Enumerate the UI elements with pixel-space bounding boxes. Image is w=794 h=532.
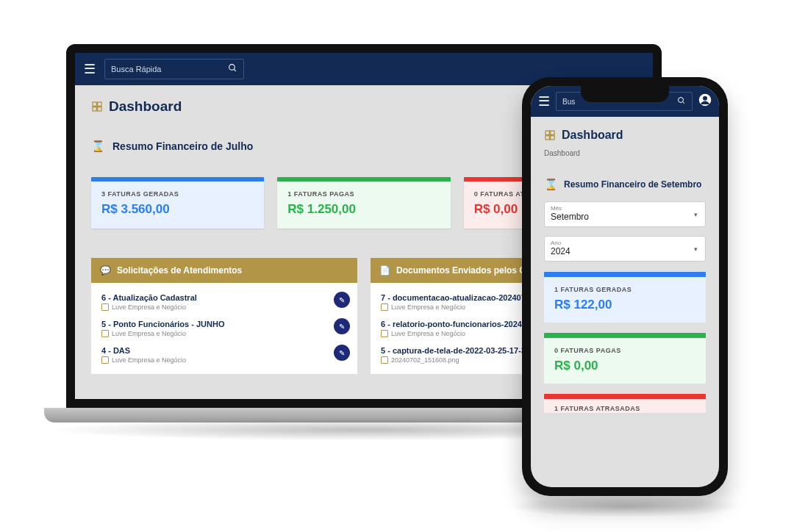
search-input-wrap[interactable]	[104, 59, 244, 79]
edit-button[interactable]: ✎	[334, 345, 350, 361]
select-label: Mês	[551, 205, 699, 212]
card-caption: 1 FATURAS GERADAS	[554, 286, 695, 293]
card-caption: 1 FATURAS PAGAS	[287, 190, 440, 198]
select-label: Ano	[551, 240, 699, 246]
user-icon[interactable]	[698, 93, 712, 109]
mobile-month-select[interactable]: Mês Setembro ▾	[544, 201, 706, 227]
breadcrumb: Dashboard	[544, 149, 706, 157]
mobile-year-select[interactable]: Ano 2024 ▾	[544, 236, 706, 262]
mobile-page-title: Dashboard	[544, 129, 706, 142]
hourglass-icon: ⌛	[91, 140, 105, 153]
list-item[interactable]: 6 - Atualização Cadastral Luve Empresa e…	[101, 289, 347, 315]
list-item[interactable]: 5 - Ponto Funcionários - JUNHO Luve Empr…	[101, 315, 347, 342]
svg-point-9	[703, 96, 707, 101]
search-icon[interactable]	[228, 63, 237, 75]
svg-rect-11	[551, 131, 554, 134]
mobile-summary-text: Resumo Financeiro de Setembro	[564, 179, 701, 190]
card-caption: 0 FATURAS PAGAS	[554, 347, 695, 354]
chat-icon: 💬	[100, 265, 111, 276]
search-icon[interactable]	[677, 96, 686, 107]
svg-rect-3	[98, 102, 101, 106]
summary-title: ⌛ Resumo Financeiro de Julho	[91, 140, 253, 153]
phone-notch	[581, 86, 669, 102]
item-title: 4 - DAS	[101, 346, 347, 355]
phone-screen: ☰ Bus Dashboard Dashboard ⌛ Resumo	[531, 86, 719, 487]
summary-title-text: Resumo Financeiro de Julho	[112, 140, 253, 152]
chevron-down-icon: ▾	[694, 245, 698, 253]
mobile-summary-title: ⌛ Resumo Financeiro de Setembro	[544, 178, 706, 191]
card-generated[interactable]: 3 FATURAS GERADAS R$ 3.560,00	[91, 177, 264, 229]
card-amount: R$ 3.560,00	[101, 202, 254, 217]
svg-rect-5	[98, 107, 101, 111]
item-title: 5 - Ponto Funcionários - JUNHO	[101, 320, 347, 328]
item-title: 6 - Atualização Cadastral	[101, 293, 347, 302]
card-amount: R$ 0,00	[554, 359, 695, 373]
item-sub: Luve Empresa e Negócio	[101, 330, 347, 337]
search-input[interactable]	[111, 65, 228, 73]
panel-body: 6 - Atualização Cadastral Luve Empresa e…	[91, 283, 357, 374]
page-title-text: Dashboard	[109, 98, 182, 115]
list-item[interactable]: 4 - DAS Luve Empresa e Negócio ✎	[101, 342, 347, 368]
menu-icon[interactable]: ☰	[84, 61, 96, 77]
svg-rect-12	[546, 136, 549, 140]
dashboard-icon	[544, 129, 556, 141]
mobile-card-generated[interactable]: 1 FATURAS GERADAS R$ 122,00	[544, 272, 706, 323]
chevron-down-icon: ▾	[694, 211, 698, 218]
panel-header: 💬 Solicitações de Atendimentos	[91, 258, 357, 283]
panel-title: Solicitações de Atendimentos	[117, 265, 242, 276]
item-sub: Luve Empresa e Negócio	[101, 356, 347, 364]
hourglass-icon: ⌛	[544, 178, 558, 191]
mobile-page-title-text: Dashboard	[562, 129, 623, 142]
menu-icon[interactable]: ☰	[538, 93, 550, 109]
svg-line-1	[234, 69, 236, 71]
select-value: 2024	[551, 246, 699, 256]
card-caption: 1 FATURAS ATRASADAS	[554, 405, 695, 412]
svg-point-6	[679, 97, 684, 102]
mobile-page: Dashboard Dashboard ⌛ Resumo Financeiro …	[531, 117, 719, 425]
card-amount: R$ 1.250,00	[287, 202, 440, 217]
edit-button[interactable]: ✎	[334, 318, 350, 334]
phone-shadow	[507, 495, 743, 517]
svg-rect-10	[546, 131, 549, 134]
edit-button[interactable]: ✎	[334, 292, 350, 308]
panel-requests: 💬 Solicitações de Atendimentos 6 - Atual…	[91, 258, 357, 374]
phone-device: ☰ Bus Dashboard Dashboard ⌛ Resumo	[522, 77, 728, 496]
document-icon: 📄	[379, 265, 390, 276]
card-amount: R$ 122,00	[554, 298, 695, 312]
dashboard-icon	[91, 101, 103, 112]
svg-rect-13	[551, 136, 554, 140]
select-value: Setembro	[551, 212, 699, 222]
mobile-card-late[interactable]: 1 FATURAS ATRASADAS	[544, 394, 706, 413]
svg-rect-4	[93, 107, 96, 111]
svg-point-0	[229, 65, 235, 71]
mobile-card-paid[interactable]: 0 FATURAS PAGAS R$ 0,00	[544, 333, 706, 384]
svg-line-7	[683, 101, 685, 104]
card-paid[interactable]: 1 FATURAS PAGAS R$ 1.250,00	[277, 177, 450, 229]
svg-rect-2	[93, 102, 96, 106]
card-caption: 3 FATURAS GERADAS	[101, 190, 254, 198]
item-sub: Luve Empresa e Negócio	[101, 303, 347, 311]
